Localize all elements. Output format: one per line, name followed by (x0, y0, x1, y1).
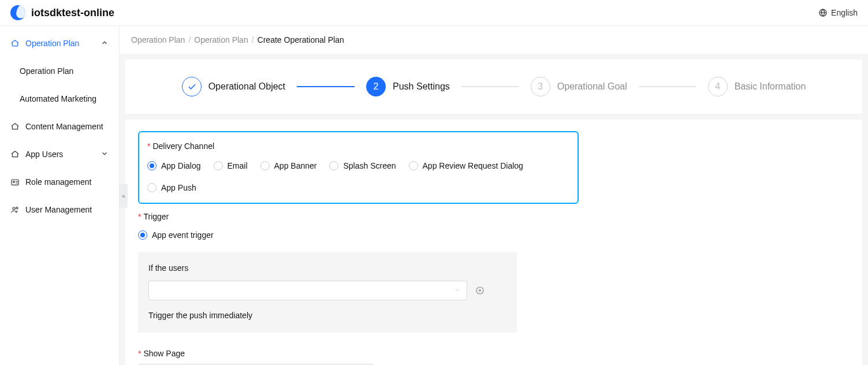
breadcrumb-sep: / (188, 35, 191, 44)
steps: Operational Object 2 Push Settings 3 Ope… (125, 59, 862, 114)
show-page-label: Show Page (138, 349, 850, 358)
step-label: Basic Information (735, 81, 806, 92)
sidebar-item-label: Automated Marketing (20, 94, 96, 103)
form-card: Delivery Channel App Dialog Email App Ba… (125, 120, 862, 365)
step-connector (297, 86, 355, 87)
topbar: iotsdktest-online English (0, 0, 868, 26)
language-label: English (831, 8, 858, 17)
brand: iotsdktest-online (10, 5, 114, 20)
radio-app-dialog[interactable]: App Dialog (147, 161, 201, 170)
sidebar-item-user-management[interactable]: User Management (0, 196, 119, 224)
radio-label: App Banner (274, 161, 317, 170)
step-basic-information[interactable]: 4 Basic Information (708, 77, 806, 96)
breadcrumb: Operation Plan / Operation Plan / Create… (120, 26, 868, 54)
sidebar-item-label: App Users (25, 150, 63, 159)
sidebar: Operation Plan Operation Plan Automated … (0, 26, 120, 365)
user-event-select[interactable] (148, 281, 467, 300)
radio-app-push[interactable]: App Push (147, 183, 196, 192)
radio-dot-icon (147, 183, 157, 192)
step-label: Operational Object (208, 81, 285, 92)
svg-point-4 (16, 207, 18, 209)
radio-email[interactable]: Email (214, 161, 248, 170)
radio-dot-icon (260, 161, 270, 170)
sidebar-item-label: Operation Plan (25, 39, 79, 48)
step-label: Push Settings (393, 81, 450, 92)
delivery-channel-section: Delivery Channel App Dialog Email App Ba… (138, 131, 579, 204)
trigger-push-hint: Trigger the push immediately (148, 311, 506, 320)
step-connector (461, 86, 519, 87)
delivery-channel-label: Delivery Channel (147, 141, 214, 151)
delivery-channel-radio-group: App Dialog Email App Banner Splash Scree… (147, 161, 569, 192)
radio-label: App Push (161, 183, 196, 192)
sidebar-sub-operation-plan[interactable]: Operation Plan (0, 57, 119, 85)
svg-point-2 (13, 181, 15, 183)
radio-label: Email (228, 161, 248, 170)
chevron-up-icon (100, 39, 109, 49)
chevron-down-icon (100, 150, 109, 159)
sidebar-sub-automated-marketing[interactable]: Automated Marketing (0, 85, 119, 113)
step-number: 2 (366, 77, 386, 96)
home-icon (10, 122, 20, 131)
breadcrumb-item[interactable]: Operation Plan (131, 35, 185, 44)
sidebar-item-operation-plan[interactable]: Operation Plan (0, 29, 119, 57)
sidebar-item-content-management[interactable]: Content Management (0, 113, 119, 140)
radio-app-event-trigger[interactable]: App event trigger (138, 230, 214, 240)
radio-label: App Review Request Dialog (423, 161, 523, 170)
sidebar-item-role-management[interactable]: Role management (0, 168, 119, 196)
step-number: 4 (708, 77, 728, 96)
radio-label: Splash Screen (343, 161, 396, 170)
brand-name: iotsdktest-online (31, 7, 114, 19)
radio-dot-icon (138, 230, 147, 240)
main-content: « Operation Plan / Operation Plan / Crea… (120, 26, 868, 365)
sidebar-item-label: User Management (25, 205, 92, 214)
radio-dot-icon (147, 161, 157, 170)
sidebar-item-label: Role management (25, 177, 91, 187)
step-operational-object[interactable]: Operational Object (182, 77, 285, 96)
radio-dot-icon (214, 161, 223, 170)
sidebar-collapse-handle[interactable]: « (120, 184, 128, 208)
trigger-section: Trigger App event trigger If the users (138, 212, 850, 333)
id-card-icon (10, 177, 20, 187)
sidebar-item-label: Content Management (25, 122, 103, 131)
radio-label: App Dialog (161, 161, 201, 170)
radio-app-review-request[interactable]: App Review Request Dialog (409, 161, 523, 170)
brand-logo-icon (10, 5, 25, 20)
sidebar-item-label: Operation Plan (20, 66, 73, 76)
trigger-label: Trigger (138, 212, 850, 221)
check-icon (182, 77, 202, 96)
radio-dot-icon (409, 161, 418, 170)
add-condition-button[interactable] (475, 286, 485, 295)
language-switcher[interactable]: English (818, 8, 858, 17)
breadcrumb-item[interactable]: Operation Plan (194, 35, 248, 44)
breadcrumb-current: Create Operational Plan (258, 35, 344, 44)
svg-point-3 (13, 207, 15, 210)
trigger-config-panel: If the users Trigger the push immediate (138, 252, 517, 333)
home-icon (10, 39, 20, 48)
globe-icon (818, 8, 828, 17)
radio-label: App event trigger (152, 230, 214, 240)
step-connector (639, 86, 696, 87)
step-number: 3 (531, 77, 550, 96)
step-push-settings[interactable]: 2 Push Settings (366, 77, 450, 96)
sidebar-item-app-users[interactable]: App Users (0, 140, 119, 168)
step-label: Operational Goal (557, 81, 627, 92)
radio-app-banner[interactable]: App Banner (260, 161, 317, 170)
breadcrumb-sep: / (252, 35, 254, 44)
svg-rect-1 (12, 180, 18, 185)
radio-dot-icon (329, 161, 338, 170)
radio-splash-screen[interactable]: Splash Screen (329, 161, 396, 170)
home-icon (10, 150, 20, 159)
show-page-section: Show Page Home Page (138, 349, 850, 365)
step-operational-goal[interactable]: 3 Operational Goal (531, 77, 627, 96)
users-icon (10, 205, 20, 214)
if-users-label: If the users (148, 263, 506, 273)
chevron-down-icon (454, 286, 461, 295)
